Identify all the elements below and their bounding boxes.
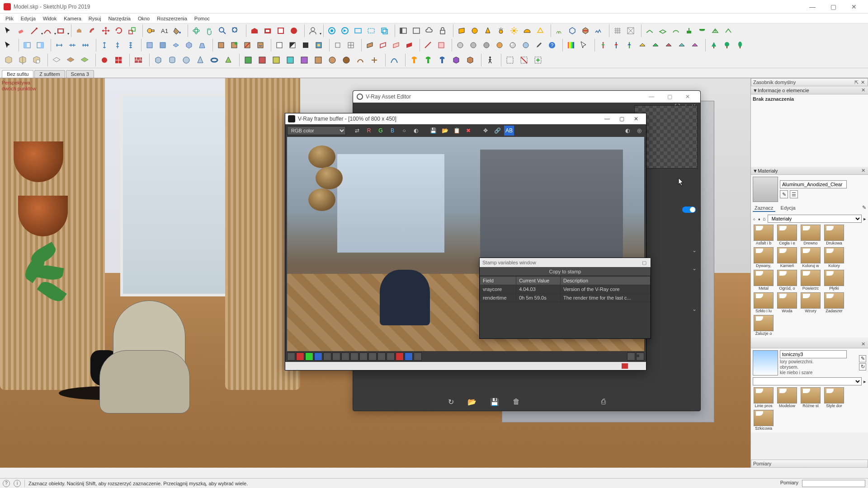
shape-sphere-icon[interactable] [179,53,193,67]
ext-1-icon[interactable] [241,53,255,67]
vfb-link-icon[interactable]: 🔗 [492,126,502,136]
vfb-corrections-icon[interactable]: ◐ [623,126,632,136]
walk-icon[interactable] [483,53,497,67]
menu-tools[interactable]: Narzędzia [104,15,134,22]
vray-ies-light-icon[interactable] [495,24,507,37]
help-status-icon[interactable]: ? [3,480,10,487]
asset-chevron-3-icon[interactable]: ⌄ [692,306,697,312]
vray-clipper-icon[interactable] [579,24,592,37]
material-folder[interactable]: Płytki [823,270,845,291]
section-display-icon[interactable] [377,39,389,52]
panel-close-icon-2[interactable]: ✕ [860,168,866,174]
stamp-col-value[interactable]: Current Value [516,277,561,285]
material-folder[interactable]: Drukowa [823,225,845,245]
stamp-variables-window[interactable]: Stamp variables window ▢ Copy to stamp F… [479,258,651,339]
ext-8-icon[interactable] [340,53,353,67]
material-folder[interactable]: Różne st [800,387,821,408]
vray-render-icon[interactable] [326,24,338,37]
vray-asset-editor-icon[interactable] [397,24,410,37]
menu-camera[interactable]: Kamera [60,15,85,22]
view-back-icon[interactable] [156,39,169,52]
material-folder[interactable]: Wzory [800,292,821,313]
dist-h1-icon[interactable] [53,39,66,52]
window-right-icon[interactable] [34,39,47,52]
vray-plane-light-icon[interactable] [455,24,468,37]
material-folder[interactable]: Zadaszer [823,292,845,313]
component-edit-icon[interactable] [228,39,241,52]
details-menu-icon[interactable]: ▸ [863,216,866,222]
vfb-hist-2-icon[interactable] [296,352,304,361]
material-folder[interactable]: Kamień [776,247,798,268]
fxr-4-icon[interactable] [636,39,649,52]
style-new-icon[interactable]: ✎ [859,355,866,362]
orbit-tool-icon[interactable] [190,24,203,37]
close-button[interactable]: ✕ [844,0,864,14]
asset-toggle[interactable] [682,206,696,213]
style-half-icon[interactable] [286,39,299,52]
vray-displacement-icon[interactable] [592,24,605,37]
vray-uv-icon[interactable] [624,24,637,37]
material-folder[interactable]: Kolory [823,247,845,268]
zoom-tool-icon[interactable] [216,24,229,37]
vray-sphere-material-icon[interactable] [506,39,519,52]
asset-export-icon[interactable]: ⎙ [601,398,606,406]
ext-2-icon[interactable] [255,53,269,67]
component-reload-icon[interactable] [254,39,267,52]
sandbox-detail-icon[interactable] [709,24,722,37]
shell-3-icon[interactable] [78,53,91,67]
minimize-button[interactable]: — [802,0,823,14]
stamp-col-field[interactable]: Field [480,277,516,285]
solid-outer-icon[interactable] [2,53,15,67]
sandbox-contours-icon[interactable] [643,24,656,37]
vray-omni-light-icon[interactable] [508,24,520,37]
style-white-icon[interactable] [273,39,286,52]
vray-eyedropper-icon[interactable] [533,39,545,52]
eraser-tool-icon[interactable] [15,24,28,37]
menu-extensions[interactable]: Rozszerzenia [153,15,191,22]
zoom-extents-icon[interactable] [229,24,242,37]
fxr-6-icon[interactable] [662,39,675,52]
material-folder[interactable]: Woda [776,292,798,313]
paint-bucket-icon[interactable] [171,24,184,37]
dist-v2-icon[interactable] [111,39,124,52]
box-purple-icon[interactable] [449,53,463,67]
nav-fwd-icon[interactable]: ⬧ [758,216,761,221]
tray-header-default[interactable]: Zasobnik domyślny⇱✕ [751,78,868,86]
vfb-blue-channel[interactable]: B [387,126,397,136]
vfb-swap-icon[interactable]: ⇄ [352,126,362,136]
vray-sphere-blue-icon[interactable] [519,39,532,52]
eyedropper-mini-icon[interactable]: ✎ [862,205,866,212]
vray-batch-icon[interactable] [378,24,391,37]
fxr-2-icon[interactable] [610,39,623,52]
rectangle-tool-icon[interactable]: ▾ [54,24,67,37]
shell-1-icon[interactable] [50,53,63,67]
info-status-icon[interactable]: i [14,480,21,487]
vfb-menu-icon[interactable]: ≡ [636,352,644,361]
vfb-save-icon[interactable]: 💾 [428,126,438,136]
vray-region-icon[interactable] [365,24,377,37]
vfb-hist-13-icon[interactable] [396,352,404,361]
material-folder[interactable]: Asfalt i b [753,225,774,245]
stamp-max-button[interactable]: ▢ [641,260,648,266]
vfb-clear-icon[interactable]: ✖ [463,126,473,136]
menu-edit[interactable]: Edycja [17,15,39,22]
vray-grid-icon[interactable] [611,24,624,37]
menu-view[interactable]: Widok [39,15,61,22]
material-folder[interactable]: Koloruj w [800,247,821,268]
vray-interactive-icon[interactable] [339,24,351,37]
vfb-red-channel[interactable]: R [364,126,374,136]
material-folder[interactable]: Metal [753,270,774,291]
material-folder[interactable]: Modelow [776,387,798,408]
picker-icon[interactable] [578,39,590,52]
ext-6-icon[interactable] [311,53,325,67]
material-folder[interactable]: Cegła i e [776,225,798,245]
material-folder[interactable]: Ogród, o [776,270,798,291]
material-folder[interactable]: Szkicowa [753,410,774,431]
shell-2-icon[interactable] [64,53,77,67]
material-folder[interactable]: Linie pros [753,387,774,408]
curve-icon[interactable] [387,53,401,67]
menu-draw[interactable]: Rysuj [85,15,105,22]
fxr-8-icon[interactable] [689,39,701,52]
vfb-hist-5-icon[interactable] [323,352,331,361]
nav-back-icon[interactable]: ⬦ [753,216,756,221]
